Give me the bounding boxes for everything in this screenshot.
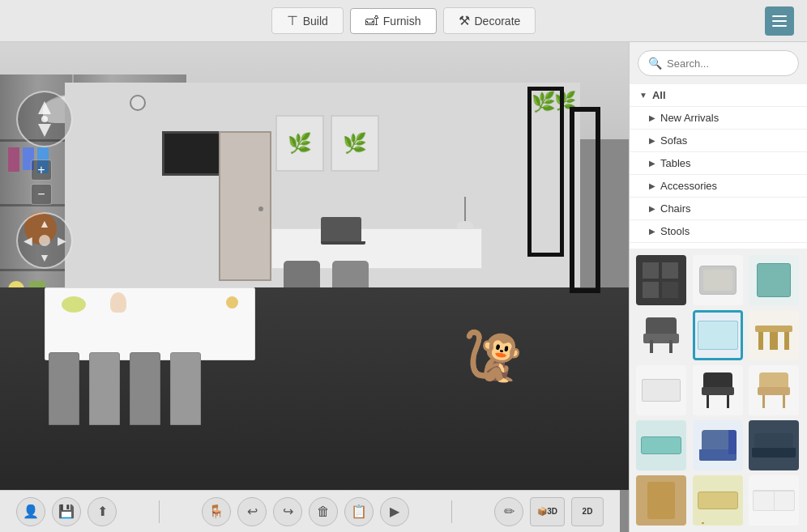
thumb-8[interactable] xyxy=(693,365,743,415)
thumb-11[interactable] xyxy=(693,420,743,470)
menu-button[interactable] xyxy=(765,6,794,36)
divider-2 xyxy=(451,500,452,523)
save-button[interactable]: 💾 xyxy=(52,497,81,526)
user-button[interactable]: 👤 xyxy=(16,497,45,526)
play-button[interactable]: ▶ xyxy=(380,497,409,526)
art-frame-2: 🌿 xyxy=(331,115,379,172)
pan-up[interactable]: ▲ xyxy=(38,217,51,230)
category-tables[interactable]: Tables xyxy=(630,152,807,175)
upload-icon: ⬆ xyxy=(97,504,108,519)
dining-table xyxy=(45,287,255,360)
door xyxy=(219,131,271,281)
bar-stools xyxy=(49,352,201,425)
user-icon: 👤 xyxy=(23,504,39,519)
search-icon: 🔍 xyxy=(648,57,662,70)
place-chair-icon: 🪑 xyxy=(208,504,224,519)
thumb-10[interactable] xyxy=(636,420,686,470)
search-box: 🔍 xyxy=(638,50,799,76)
build-icon: ⊤ xyxy=(287,13,298,28)
category-chairs-label: Chairs xyxy=(660,202,797,215)
category-stools-label: Stools xyxy=(660,225,797,237)
thumb-14[interactable] xyxy=(693,475,743,526)
place-chair-button[interactable]: 🪑 xyxy=(202,497,231,526)
view-2d-label: 2D xyxy=(583,507,593,516)
category-tables-label: Tables xyxy=(660,157,797,169)
compass-up xyxy=(38,101,51,114)
tables-arrow xyxy=(649,159,655,168)
zoom-controls: + − xyxy=(31,160,52,205)
room-scene: 🌿 🌿 xyxy=(0,42,629,490)
new-arrivals-arrow xyxy=(649,113,655,122)
thumb-1[interactable] xyxy=(636,255,686,305)
category-accessories-label: Accessories xyxy=(660,180,797,192)
bottom-left-group: 👤 💾 ⬆ xyxy=(16,497,117,526)
category-all[interactable]: All xyxy=(630,84,807,107)
bottom-middle-group: 🪑 ↩ ↪ 🗑 📋 ▶ xyxy=(202,497,409,526)
compass-circle[interactable] xyxy=(16,91,73,147)
stools-arrow xyxy=(649,227,655,236)
thumb-4[interactable] xyxy=(636,310,686,360)
pan-center xyxy=(39,235,50,246)
search-input[interactable] xyxy=(667,57,803,70)
top-toolbar: ⊤ Build 🛋 Furnish ⚒ Decorate xyxy=(0,0,807,42)
category-all-label: All xyxy=(652,89,797,101)
thumb-12[interactable] xyxy=(749,420,799,470)
category-tree: All New Arrivals Sofas Tables Accessorie… xyxy=(630,84,807,249)
search-area: 🔍 xyxy=(630,42,807,84)
wall-frame xyxy=(527,87,564,257)
redo-icon: ↪ xyxy=(283,504,293,519)
furnish-label: Furnish xyxy=(383,15,421,28)
decorate-icon: ⚒ xyxy=(459,13,470,28)
divider-1 xyxy=(159,500,160,523)
upload-button[interactable]: ⬆ xyxy=(88,497,117,526)
compass-dot xyxy=(41,116,48,122)
category-sofas[interactable]: Sofas xyxy=(630,130,807,152)
thumbnail-grid xyxy=(630,249,807,532)
all-arrow xyxy=(639,91,647,100)
laptop xyxy=(321,217,361,245)
view-3d-icon: 📦 xyxy=(537,507,547,516)
main-area: 🌿 🌿 xyxy=(0,42,807,532)
view-3d-button[interactable]: 📦 3D xyxy=(530,497,565,526)
thumb-7[interactable] xyxy=(636,365,686,415)
undo-button[interactable]: ↩ xyxy=(237,497,267,526)
pan-circle[interactable]: ▲ ▼ ◀ ▶ xyxy=(16,212,73,269)
category-stools[interactable]: Stools xyxy=(630,220,807,243)
pan-right[interactable]: ▶ xyxy=(55,234,68,247)
pan-controls: ▲ ▼ ◀ ▶ xyxy=(16,212,81,277)
redo-button[interactable]: ↪ xyxy=(273,497,302,526)
sofas-arrow xyxy=(649,136,655,145)
edit-button[interactable]: ✏ xyxy=(494,497,523,526)
leaning-frame xyxy=(570,107,600,293)
view-3d-label: 3D xyxy=(547,507,557,516)
category-accessories[interactable]: Accessories xyxy=(630,175,807,198)
pan-left[interactable]: ◀ xyxy=(21,234,34,247)
category-new-arrivals[interactable]: New Arrivals xyxy=(630,107,807,130)
pan-down[interactable]: ▼ xyxy=(38,251,51,264)
zoom-out-button[interactable]: − xyxy=(31,184,52,205)
category-new-arrivals-label: New Arrivals xyxy=(660,112,797,124)
category-sofas-label: Sofas xyxy=(660,134,797,147)
compass-down xyxy=(38,124,51,137)
view-2d-button[interactable]: 2D xyxy=(571,497,604,526)
thumb-15[interactable] xyxy=(749,475,799,526)
decorate-button[interactable]: ⚒ Decorate xyxy=(443,7,536,34)
delete-button[interactable]: 🗑 xyxy=(309,497,338,526)
furnish-button[interactable]: 🛋 Furnish xyxy=(350,8,437,34)
thumb-9[interactable] xyxy=(749,365,799,415)
thumb-3[interactable] xyxy=(749,255,799,305)
furnish-icon: 🛋 xyxy=(365,14,378,28)
undo-icon: ↩ xyxy=(247,504,258,519)
zoom-in-button[interactable]: + xyxy=(31,160,52,181)
viewport[interactable]: 🌿 🌿 xyxy=(0,42,629,532)
art-frame-1: 🌿 xyxy=(275,115,324,172)
build-button[interactable]: ⊤ Build xyxy=(271,7,344,34)
thumb-5[interactable] xyxy=(693,310,743,360)
monkey-toy: 🐒 xyxy=(463,327,523,385)
thumb-2[interactable] xyxy=(693,255,743,305)
category-chairs[interactable]: Chairs xyxy=(630,198,807,220)
bottom-right-group: ✏ 📦 3D 2D xyxy=(494,497,604,526)
thumb-6[interactable] xyxy=(749,310,799,360)
thumb-13[interactable] xyxy=(636,475,686,526)
copy-button[interactable]: 📋 xyxy=(344,497,374,526)
